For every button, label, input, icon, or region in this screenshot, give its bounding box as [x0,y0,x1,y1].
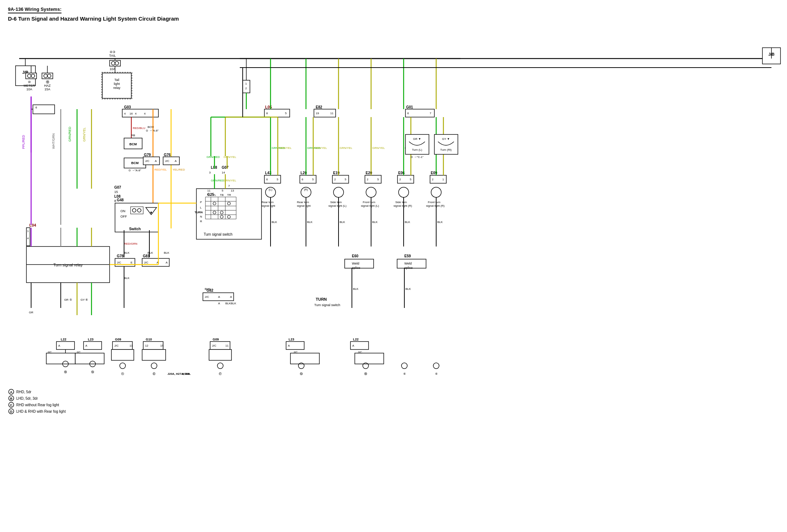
svg-text:A: A [230,295,232,299]
svg-text:G81: G81 [143,254,150,258]
svg-text:HAZ: HAZ [44,84,51,87]
svg-text:RB: RB [131,134,135,137]
svg-text:16: 16 [129,112,133,115]
svg-text:PPL/RED: PPL/RED [22,135,25,149]
svg-text:BLK: BLK [405,220,410,224]
svg-text:E60: E60 [352,254,358,258]
svg-text:YEL/RED: YEL/RED [173,168,185,171]
svg-text:T: T [207,193,209,197]
svg-text:1: 1 [27,229,29,233]
svg-text:Weld: Weld [352,262,359,265]
svg-text:BLK: BLK [405,287,411,291]
svg-text:Rear turn: Rear turn [297,201,309,204]
svg-text:OFF: OFF [120,215,127,218]
svg-text:G01: G01 [406,105,413,109]
svg-text:5: 5 [345,178,346,181]
svg-text:TURN: TURN [316,297,327,301]
svg-text:BLK: BLK [372,220,378,224]
svg-text:A: A [218,295,220,299]
svg-text:7: 7 [430,112,431,115]
wiring-diagram-svg: J/B J/B ⑩ METER 10A ⑱ HAZ 15A [5,26,782,525]
svg-text:A: A [218,302,220,305]
svg-text:C: C [10,403,13,407]
svg-text:A: A [352,344,354,347]
svg-text:4: 4 [124,112,126,115]
svg-text:BLK: BLK [437,220,443,224]
svg-text:P: P [200,201,202,204]
header-section: 9A-136 Wiring Systems: D-6 Turn Signal a… [4,4,783,26]
svg-text:⑱: ⑱ [46,80,49,84]
page-ref: 9A-136 Wiring Systems: [8,7,61,13]
svg-rect-321 [290,353,319,364]
svg-text:signal light: signal light [297,204,311,207]
diagram-area: J/B J/B ⑩ METER 10A ⑱ HAZ 15A [5,26,782,525]
svg-text:GRN/YEL: GRN/YEL [279,146,292,150]
svg-text:BLK: BLK [124,251,130,254]
svg-text:signal light (L): signal light (L) [361,204,379,207]
svg-text:6: 6 [35,106,37,109]
svg-text:LHD, 5dr, 3dr: LHD, 5dr, 3dr [16,396,38,400]
svg-text:1: 1 [442,178,444,181]
svg-text:light: light [114,82,120,86]
svg-text:J/C: J/C [205,295,209,299]
svg-text:6: 6 [407,112,409,115]
svg-text:Switch: Switch [129,227,141,231]
svg-text:TAIL: TAIL [109,54,116,57]
svg-text:A: A [288,344,290,347]
svg-text:10A: 10A [26,87,32,91]
svg-text:splice: splice [352,266,360,270]
svg-text:GY ⑥: GY ⑥ [81,298,88,301]
svg-text:WHT/GRN: WHT/GRN [52,133,55,149]
svg-text:signal light (R): signal light (R) [394,204,412,207]
svg-text:⑲: ⑲ [91,370,94,374]
svg-text:14: 14 [222,171,225,174]
svg-text:15: 15 [114,190,118,194]
svg-text:Turn signal switch: Turn signal switch [204,232,233,236]
svg-text:L22: L22 [61,338,67,341]
svg-text:⑪: ⑪ [121,372,124,376]
svg-text:GRN/RED: GRN/RED [68,126,72,142]
svg-text:BLK: BLK [307,220,313,224]
svg-text:splice: splice [404,266,413,270]
svg-text:Front turn: Front turn [363,201,375,204]
svg-text:TURN: TURN [195,211,203,214]
svg-text:BLK: BLK [148,251,153,254]
svg-text:⊙ →"A-8": ⊙ →"A-8" [146,129,159,132]
svg-text:5: 5 [377,178,379,181]
svg-text:5: 5 [410,178,412,181]
svg-text:METER: METER [24,84,35,87]
svg-text:15A: 15A [44,87,50,91]
svg-text:19: 19 [316,112,319,115]
svg-text:11: 11 [207,189,210,192]
svg-text:BLK: BLK [353,287,359,291]
svg-text:RHD without Rear fog light: RHD without Rear fog light [16,403,59,407]
svg-rect-213 [209,349,231,360]
svg-text:A: A [85,344,88,347]
svg-text:J/C: J/C [114,344,119,347]
svg-text:4: 4 [27,237,29,240]
svg-text:GRN/YEL: GRN/YEL [82,127,86,142]
svg-text:TR: TR [227,193,231,197]
svg-text:A: A [155,159,157,163]
svg-text:12: 12 [145,344,148,347]
svg-text:Tail: Tail [114,78,119,82]
svg-text:5: 5 [222,189,224,192]
svg-text:⑥: ⑥ [435,372,438,376]
diagram-title: D-6 Turn Signal and Hazard Warning Light… [8,16,779,22]
svg-text:Turn (Rl): Turn (Rl) [440,148,452,151]
svg-text:BLK: BLK [205,287,210,291]
svg-text:M16A: M16A [182,372,190,376]
svg-text:L04: L04 [29,223,37,227]
page-container: 9A-136 Wiring Systems: D-6 Turn Signal a… [0,0,787,532]
svg-text:G09: G09 [213,338,219,341]
svg-text:G10: G10 [146,338,152,341]
svg-text:⊙ →"A-8": ⊙ →"A-8" [128,169,141,172]
svg-text:G07: G07 [114,185,121,189]
svg-text:2: 2 [245,87,247,90]
svg-rect-30 [102,73,131,98]
svg-text:6: 6 [266,178,268,181]
svg-text:5: 5 [277,178,278,181]
svg-text:GR ⑤: GR ⑤ [64,298,72,301]
svg-text:Front turn: Front turn [428,201,441,204]
svg-text:4: 4 [144,112,146,115]
